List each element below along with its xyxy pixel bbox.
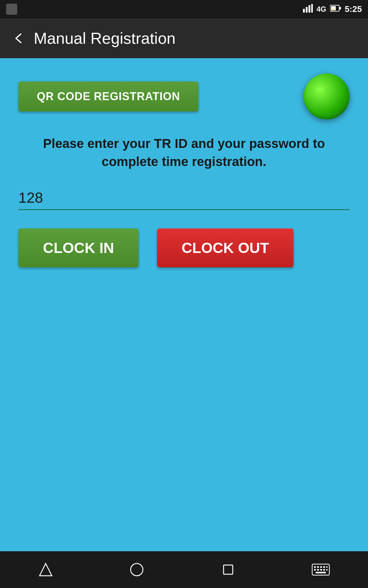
svg-rect-17 — [314, 569, 316, 571]
app-bar: Manual Registration — [0, 18, 368, 58]
svg-rect-20 — [323, 569, 325, 571]
svg-rect-16 — [326, 566, 328, 568]
nav-bar — [0, 551, 368, 588]
svg-rect-22 — [316, 572, 326, 573]
svg-marker-8 — [40, 564, 52, 576]
app-icon — [6, 4, 17, 15]
svg-rect-12 — [314, 566, 316, 568]
time-display: 5:25 — [345, 4, 362, 14]
status-indicator-orb — [304, 74, 350, 119]
status-bar: 4G ⚡ 5:25 — [0, 0, 368, 18]
recents-nav-button[interactable] — [220, 562, 236, 577]
svg-rect-18 — [317, 569, 319, 571]
clock-in-button[interactable]: CLOCK IN — [18, 228, 139, 267]
svg-rect-13 — [317, 566, 319, 568]
svg-rect-3 — [311, 4, 313, 13]
svg-rect-21 — [326, 569, 328, 571]
svg-rect-10 — [224, 565, 233, 574]
page-title: Manual Registration — [34, 29, 175, 47]
signal-indicator — [303, 4, 313, 15]
svg-rect-0 — [303, 9, 305, 13]
top-row: QR CODE REGISTRATION — [18, 74, 350, 119]
svg-rect-19 — [320, 569, 322, 571]
action-buttons: CLOCK IN CLOCK OUT — [18, 228, 293, 267]
tr-id-input[interactable] — [18, 186, 350, 210]
svg-text:⚡: ⚡ — [331, 8, 335, 12]
clock-out-button[interactable]: CLOCK OUT — [157, 228, 293, 267]
home-nav-button[interactable] — [129, 562, 144, 577]
svg-point-9 — [131, 564, 143, 576]
back-button[interactable] — [12, 32, 25, 44]
battery-icon: ⚡ — [330, 4, 341, 15]
status-bar-left — [6, 4, 17, 15]
main-content: QR CODE REGISTRATION Please enter your T… — [0, 58, 368, 551]
svg-rect-2 — [309, 5, 310, 13]
svg-rect-15 — [323, 566, 325, 568]
svg-rect-1 — [306, 7, 308, 13]
instructions-text: Please enter your TR ID and your passwor… — [18, 135, 350, 171]
status-bar-right: 4G ⚡ 5:25 — [303, 4, 362, 15]
signal-type: 4G — [316, 5, 326, 13]
back-nav-button[interactable] — [38, 562, 53, 577]
qr-code-registration-button[interactable]: QR CODE REGISTRATION — [18, 81, 198, 111]
keyboard-nav-button[interactable] — [312, 564, 330, 576]
svg-rect-14 — [320, 566, 322, 568]
svg-rect-5 — [339, 7, 341, 9]
input-container — [18, 186, 350, 210]
